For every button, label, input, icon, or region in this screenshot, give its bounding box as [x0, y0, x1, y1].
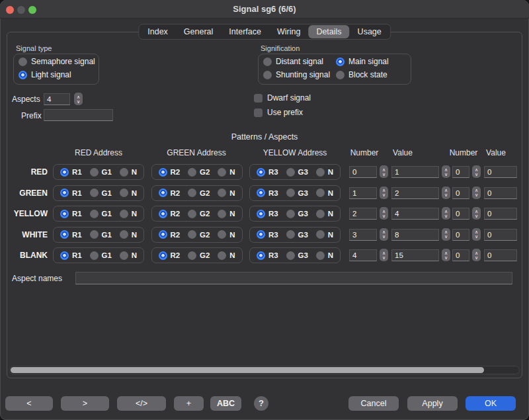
radio-option-g3[interactable]: G3	[286, 168, 308, 177]
radio-option-n[interactable]: N	[120, 210, 137, 218]
radio-shunting-signal[interactable]: Shunting signal	[263, 70, 330, 79]
radio-option-r3[interactable]: R3	[257, 251, 278, 260]
aspects-stepper[interactable]: ∧ ∨	[74, 93, 83, 105]
stepper[interactable]: ∧∨	[442, 249, 450, 261]
value1-field[interactable]: 1	[391, 166, 439, 178]
radio-option-r1[interactable]: R1	[60, 189, 82, 197]
value2-field[interactable]: 0	[484, 166, 517, 178]
radio-option-n[interactable]: N	[218, 210, 235, 218]
radio-option-g2[interactable]: G2	[188, 168, 210, 177]
number2-field[interactable]: 0	[452, 187, 469, 199]
tab-index[interactable]: Index	[140, 25, 176, 38]
checkbox-use-prefix[interactable]: Use prefix	[254, 108, 303, 117]
value2-field[interactable]: 0	[484, 187, 517, 199]
number1-field[interactable]: 3	[349, 229, 377, 241]
radio-option-r1[interactable]: R1	[60, 210, 82, 218]
radio-option-g2[interactable]: G2	[188, 189, 210, 197]
radio-option-n[interactable]: N	[120, 251, 137, 260]
radio-option-g2[interactable]: G2	[188, 251, 210, 260]
aspects-field[interactable]: 4	[44, 93, 70, 105]
apply-button[interactable]: Apply	[407, 396, 458, 411]
tab-interface[interactable]: Interface	[221, 25, 269, 38]
radio-option-g1[interactable]: G1	[90, 189, 112, 197]
radio-option-r3[interactable]: R3	[257, 210, 278, 218]
radio-option-g3[interactable]: G3	[286, 230, 308, 239]
next-button[interactable]: >	[61, 396, 109, 411]
value1-field[interactable]: 8	[391, 229, 439, 241]
tab-wiring[interactable]: Wiring	[269, 25, 308, 38]
radio-option-n[interactable]: N	[218, 168, 235, 177]
radio-option-n[interactable]: N	[218, 230, 235, 239]
stepper[interactable]: ∧∨	[472, 249, 481, 261]
stepper[interactable]: ∧∨	[380, 187, 388, 199]
radio-light-signal[interactable]: Light signal	[19, 70, 71, 79]
radio-option-r2[interactable]: R2	[159, 251, 181, 260]
radio-option-g1[interactable]: G1	[90, 230, 112, 239]
radio-option-g1[interactable]: G1	[90, 210, 112, 218]
tab-details[interactable]: Details	[308, 25, 349, 38]
value1-field[interactable]: 2	[391, 187, 439, 199]
ok-button[interactable]: OK	[466, 396, 516, 411]
stepper[interactable]: ∧∨	[380, 207, 388, 220]
checkbox-dwarf-signal[interactable]: Dwarf signal	[254, 93, 311, 103]
radio-option-g3[interactable]: G3	[286, 210, 308, 218]
radio-option-r1[interactable]: R1	[60, 230, 82, 239]
horizontal-scrollbar[interactable]	[9, 366, 520, 374]
radio-option-g3[interactable]: G3	[286, 189, 308, 197]
radio-option-r1[interactable]: R1	[60, 251, 82, 260]
stepper[interactable]: ∧∨	[380, 249, 388, 261]
cancel-button[interactable]: Cancel	[348, 396, 399, 411]
stepper[interactable]: ∧∨	[472, 187, 481, 199]
radio-option-r2[interactable]: R2	[159, 168, 181, 177]
radio-main-signal[interactable]: Main signal	[336, 57, 389, 66]
value2-field[interactable]: 0	[484, 249, 517, 261]
radio-option-r3[interactable]: R3	[257, 189, 278, 197]
radio-option-n[interactable]: N	[218, 189, 235, 197]
radio-option-r2[interactable]: R2	[159, 189, 181, 197]
radio-option-n[interactable]: N	[218, 251, 235, 260]
radio-option-n[interactable]: N	[316, 230, 333, 239]
number1-field[interactable]: 0	[349, 166, 377, 178]
radio-option-r1[interactable]: R1	[60, 168, 82, 177]
number1-field[interactable]: 2	[349, 208, 377, 220]
radio-option-r3[interactable]: R3	[257, 168, 278, 177]
number1-field[interactable]: 1	[349, 187, 377, 199]
aspect-names-field[interactable]	[75, 272, 512, 284]
stepper[interactable]: ∧∨	[380, 165, 388, 178]
radio-option-n[interactable]: N	[120, 168, 137, 177]
radio-option-n[interactable]: N	[316, 251, 333, 260]
radio-semaphore-signal[interactable]: Semaphore signal	[19, 57, 95, 66]
stepper[interactable]: ∧∨	[442, 187, 450, 199]
stepper[interactable]: ∧∨	[442, 228, 450, 241]
value1-field[interactable]: 15	[391, 249, 439, 261]
radio-option-r2[interactable]: R2	[159, 230, 181, 239]
prev-button[interactable]: <	[5, 396, 53, 411]
stepper[interactable]: ∧∨	[472, 207, 481, 220]
tab-general[interactable]: General	[176, 25, 221, 38]
radio-option-g1[interactable]: G1	[90, 168, 112, 177]
stepper[interactable]: ∧∨	[442, 207, 450, 220]
radio-option-r2[interactable]: R2	[159, 210, 181, 218]
stepper[interactable]: ∧∨	[380, 228, 388, 241]
radio-option-n[interactable]: N	[120, 189, 137, 197]
radio-block-state[interactable]: Block state	[336, 70, 387, 79]
value2-field[interactable]: 0	[484, 229, 517, 241]
radio-option-g2[interactable]: G2	[188, 210, 210, 218]
radio-option-g3[interactable]: G3	[286, 251, 308, 260]
number2-field[interactable]: 0	[452, 229, 469, 241]
radio-option-r3[interactable]: R3	[257, 230, 278, 239]
radio-option-n[interactable]: N	[120, 230, 137, 239]
radio-option-n[interactable]: N	[316, 168, 333, 177]
radio-option-g1[interactable]: G1	[90, 251, 112, 260]
add-button[interactable]: +	[174, 396, 204, 411]
help-button[interactable]: ?	[254, 396, 268, 411]
abc-button[interactable]: ABC	[210, 396, 241, 411]
code-button[interactable]: </>	[117, 396, 166, 411]
radio-option-n[interactable]: N	[316, 189, 333, 197]
stepper[interactable]: ∧∨	[472, 165, 481, 178]
scrollbar-thumb[interactable]	[11, 367, 484, 373]
number2-field[interactable]: 0	[452, 166, 469, 178]
number1-field[interactable]: 4	[349, 249, 377, 261]
number2-field[interactable]: 0	[452, 249, 469, 261]
value1-field[interactable]: 4	[391, 208, 439, 220]
